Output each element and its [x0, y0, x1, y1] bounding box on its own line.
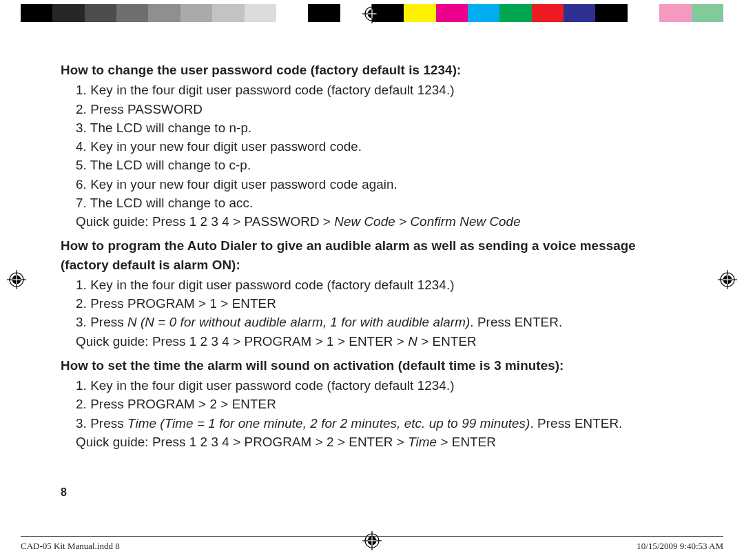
step: 6. Key in your new four digit user passw… [76, 175, 683, 194]
step: 2. Press PROGRAM > 1 > ENTER [76, 294, 683, 313]
color-swatch [628, 4, 659, 22]
step: 1. Key in the four digit user password c… [76, 376, 683, 395]
step: 3. Press Time (Time = 1 for one minute, … [76, 414, 683, 433]
step: 2. Press PROGRAM > 2 > ENTER [76, 395, 683, 413]
step-italic: N (N = 0 for without audible alarm, 1 fo… [127, 315, 470, 329]
color-swatch [212, 4, 244, 22]
footer-timestamp: 10/15/2009 9:40:53 AM [637, 541, 723, 552]
color-swatch [276, 4, 308, 22]
step: 1. Key in the four digit user password c… [76, 81, 683, 99]
step: 4. Key in your new four digit user passw… [76, 137, 683, 156]
step: 3. Press N (N = 0 for without audible al… [76, 313, 683, 331]
section-title: How to change the user password code (fa… [61, 61, 683, 79]
step: 1. Key in the four digit user password c… [76, 276, 683, 294]
color-swatch [116, 4, 148, 22]
quick-guide: Quick guide: Press 1 2 3 4 > PROGRAM > 2… [76, 433, 683, 451]
color-swatch [468, 4, 499, 22]
step: 5. The LCD will change to c-p. [76, 156, 683, 174]
color-swatch [308, 4, 340, 22]
quick-guide-pre: Quick guide: Press 1 2 3 4 > PASSWORD > [76, 214, 334, 229]
step-list: 1. Key in the four digit user password c… [61, 81, 683, 231]
page-content: How to change the user password code (fa… [61, 61, 683, 451]
step-post: . Press ENTER. [470, 315, 562, 329]
color-swatch [404, 4, 435, 22]
quick-guide-post: > ENTER [417, 334, 477, 349]
color-swatch [245, 4, 276, 22]
color-swatch [564, 4, 595, 22]
quick-guide-pre: Quick guide: Press 1 2 3 4 > PROGRAM > 1… [76, 334, 408, 349]
quick-guide: Quick guide: Press 1 2 3 4 > PROGRAM > 1… [76, 332, 683, 351]
section-audible-alarm: How to program the Auto Dialer to give a… [61, 236, 683, 351]
color-swatch [21, 4, 52, 22]
color-swatch [52, 4, 84, 22]
registration-mark-icon [718, 270, 737, 289]
step-list: 1. Key in the four digit user password c… [61, 276, 683, 351]
step-pre: 3. Press [76, 315, 127, 329]
color-swatch [499, 4, 531, 22]
step: 3. The LCD will change to n-p. [76, 118, 683, 137]
color-swatch [532, 4, 564, 22]
section-change-password: How to change the user password code (fa… [61, 61, 683, 231]
step-post: . Press ENTER. [530, 416, 622, 431]
quick-guide-italic: N [408, 334, 417, 349]
step-italic: Time (Time = 1 for one minute, 2 for 2 m… [127, 416, 530, 431]
color-swatch [595, 4, 627, 22]
quick-guide-post: > ENTER [437, 435, 496, 449]
registration-mark-icon [362, 4, 382, 23]
quick-guide-italic: New Code > Confirm New Code [334, 214, 520, 229]
step: 2. Press PASSWORD [76, 100, 683, 118]
step-list: 1. Key in the four digit user password c… [61, 376, 683, 451]
quick-guide-italic: Time [408, 435, 437, 449]
color-swatch [180, 4, 212, 22]
footer: CAD-05 Kit Manual.indd 8 10/15/2009 9:40… [21, 536, 723, 552]
quick-guide: Quick guide: Press 1 2 3 4 > PASSWORD > … [76, 212, 683, 231]
page-number: 8 [61, 486, 67, 499]
color-swatch [148, 4, 180, 22]
quick-guide-pre: Quick guide: Press 1 2 3 4 > PROGRAM > 2… [76, 435, 408, 449]
step-pre: 3. Press [76, 416, 127, 431]
color-swatch [436, 4, 468, 22]
section-title: How to program the Auto Dialer to give a… [61, 236, 683, 274]
section-title: How to set the time the alarm will sound… [61, 356, 683, 375]
registration-mark-icon [7, 270, 26, 289]
color-swatch [85, 4, 116, 22]
section-alarm-time: How to set the time the alarm will sound… [61, 356, 683, 451]
color-swatch [659, 4, 691, 22]
footer-filename: CAD-05 Kit Manual.indd 8 [21, 541, 120, 552]
step: 7. The LCD will change to acc. [76, 194, 683, 212]
color-swatch [692, 4, 723, 22]
